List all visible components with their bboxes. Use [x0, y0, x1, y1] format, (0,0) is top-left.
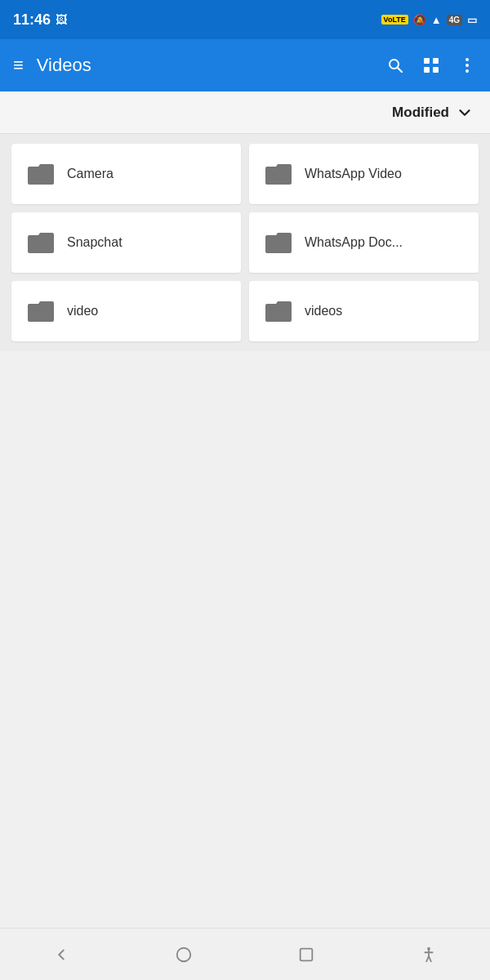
folder-icon: [264, 162, 293, 186]
content-area: CameraWhatsApp VideoSnapchatWhatsApp Doc…: [0, 134, 490, 351]
folder-name: WhatsApp Doc...: [305, 235, 403, 250]
signal-icon: ▲: [431, 14, 442, 26]
folder-card[interactable]: videos: [249, 281, 479, 341]
folder-card[interactable]: Snapchat: [11, 212, 241, 273]
app-bar: ≡ Videos: [0, 39, 490, 91]
recents-button[interactable]: [287, 935, 326, 974]
bottom-nav: [0, 928, 490, 980]
battery-icon: ▭: [467, 14, 477, 26]
search-icon[interactable]: [385, 56, 405, 75]
folder-icon: [264, 299, 293, 323]
grid-view-icon[interactable]: [421, 56, 441, 75]
folder-icon: [26, 299, 56, 323]
folder-name: Camera: [67, 167, 114, 181]
status-bar-left: 11:46 🖼: [13, 11, 67, 29]
svg-rect-4: [424, 67, 430, 73]
menu-icon[interactable]: ≡: [13, 55, 24, 76]
folder-grid: CameraWhatsApp VideoSnapchatWhatsApp Doc…: [11, 144, 479, 341]
svg-point-7: [466, 64, 469, 67]
notifications-icon: 🔕: [413, 14, 426, 26]
folder-icon: [264, 230, 293, 255]
svg-point-9: [177, 947, 191, 961]
folder-icon: [26, 162, 56, 186]
folder-icon: [26, 230, 56, 255]
back-button[interactable]: [42, 935, 81, 974]
svg-rect-3: [433, 58, 439, 64]
folder-card[interactable]: Camera: [11, 144, 241, 204]
status-bar-right: VoLTE 🔕 ▲ 4G ▭: [381, 14, 477, 26]
sort-label: Modified: [392, 105, 449, 121]
sort-bar[interactable]: Modified: [0, 91, 490, 134]
accessibility-button[interactable]: [409, 935, 448, 974]
folder-card[interactable]: WhatsApp Doc...: [249, 212, 479, 273]
folder-card[interactable]: WhatsApp Video: [249, 144, 479, 204]
folder-name: video: [67, 304, 98, 318]
svg-line-15: [429, 956, 431, 960]
home-button[interactable]: [164, 935, 203, 974]
folder-name: WhatsApp Video: [305, 167, 402, 181]
app-bar-actions: [385, 56, 477, 75]
svg-rect-10: [301, 948, 313, 960]
svg-rect-2: [424, 58, 430, 64]
svg-rect-5: [433, 67, 439, 73]
folder-card[interactable]: video: [11, 281, 241, 341]
svg-point-6: [466, 58, 469, 61]
folder-name: Snapchat: [67, 235, 122, 250]
chevron-down-icon: [456, 104, 474, 122]
photo-status-icon: 🖼: [56, 13, 67, 26]
volte-badge: VoLTE: [381, 15, 408, 24]
status-time: 11:46: [13, 11, 51, 29]
data-icon: 4G: [447, 15, 462, 25]
more-options-icon[interactable]: [457, 56, 477, 75]
page-title: Videos: [37, 55, 372, 76]
status-bar: 11:46 🖼 VoLTE 🔕 ▲ 4G ▭: [0, 0, 490, 39]
folder-name: videos: [305, 304, 342, 318]
svg-line-1: [398, 68, 403, 73]
svg-point-8: [466, 69, 469, 73]
